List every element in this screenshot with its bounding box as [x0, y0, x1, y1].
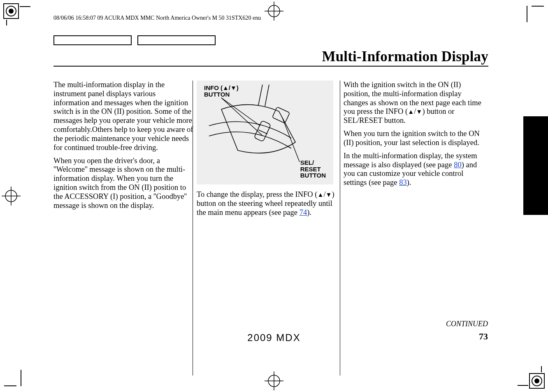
column-1: The multi-information display in the ins…	[53, 81, 193, 214]
text: ).	[407, 178, 411, 187]
steering-wheel-diagram: INFO (▲/▼) BUTTON SEL/ RESET BUTTON	[197, 81, 333, 184]
printer-mark-br	[516, 366, 545, 389]
crop-mark	[21, 370, 21, 386]
steering-wheel-svg	[197, 81, 333, 184]
paragraph: When you open the driver's door, a ''Wel…	[53, 157, 193, 210]
hollow-box-2	[137, 35, 216, 45]
paragraph: To change the display, press the INFO (/…	[197, 190, 337, 217]
page-ref-link[interactable]: 74	[300, 208, 307, 217]
hollow-box-1	[53, 35, 132, 45]
crop-mark	[527, 6, 527, 22]
text: /	[323, 190, 325, 198]
manual-page: 08/06/06 16:58:07 09 ACURA MDX MMC North…	[0, 0, 548, 392]
triangle-down-icon	[326, 190, 332, 198]
registration-cross-left	[2, 187, 21, 205]
triangle-down-icon	[416, 107, 422, 115]
page-ref-link[interactable]: 83	[399, 178, 407, 187]
svg-line-29	[265, 85, 269, 106]
crop-mark	[4, 385, 16, 386]
text: ).	[307, 208, 311, 217]
page-title: Multi-Information Display	[322, 48, 488, 65]
paragraph: The multi-information display in the ins…	[53, 81, 193, 152]
page-number: 73	[479, 331, 488, 342]
crop-mark	[532, 6, 544, 7]
title-rule	[53, 66, 488, 67]
section-tab: Instruments and Controls	[523, 116, 548, 215]
column-divider	[340, 81, 340, 376]
vehicle-model: 2009 MDX	[247, 332, 300, 344]
registration-cross-bottom	[265, 371, 283, 390]
section-tab-label: Instruments and Controls	[525, 129, 532, 202]
triangle-up-icon	[317, 190, 323, 198]
paragraph: With the ignition switch in the ON (II) …	[344, 81, 488, 125]
continued-label: CONTINUED	[446, 320, 488, 328]
svg-line-28	[258, 85, 262, 105]
triangle-up-icon	[408, 107, 414, 115]
column-2: INFO (▲/▼) BUTTON SEL/ RESET BUTTON	[197, 81, 337, 221]
svg-line-26	[221, 98, 262, 136]
text: To change the display, press the INFO (	[197, 190, 317, 198]
svg-point-2	[9, 9, 14, 14]
svg-point-7	[534, 378, 539, 383]
metadata-header: 08/06/06 16:58:07 09 ACURA MDX MMC North…	[53, 15, 261, 21]
svg-line-27	[282, 118, 300, 162]
paragraph: In the multi-information display, the sy…	[344, 152, 488, 187]
paragraph: When you turn the ignition switch to the…	[344, 129, 488, 148]
content-area: The multi-information display in the ins…	[53, 81, 488, 326]
registration-cross-top	[265, 2, 283, 21]
page-ref-link[interactable]: 80	[454, 161, 462, 169]
printer-mark-tl	[3, 3, 32, 26]
column-3: With the ignition switch in the ON (II) …	[344, 81, 488, 191]
